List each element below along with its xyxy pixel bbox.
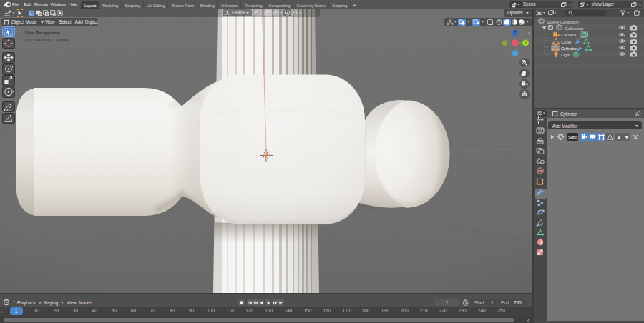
svg-text:230: 230 [459, 308, 467, 313]
svg-text:100: 100 [207, 308, 215, 313]
svg-text:80: 80 [170, 308, 175, 313]
svg-text:170: 170 [343, 308, 351, 313]
svg-text:90: 90 [189, 308, 195, 313]
svg-text:50: 50 [112, 308, 117, 313]
svg-text:110: 110 [227, 308, 235, 313]
svg-text:220: 220 [439, 308, 447, 313]
svg-text:200: 200 [401, 308, 409, 313]
svg-text:150: 150 [303, 308, 311, 313]
svg-text:250: 250 [497, 308, 505, 313]
svg-text:Y: Y [524, 41, 527, 45]
svg-text:140: 140 [284, 308, 292, 313]
svg-text:70: 70 [150, 308, 156, 313]
svg-text:Z: Z [514, 31, 517, 35]
svg-text:120: 120 [245, 308, 253, 313]
svg-text:10: 10 [34, 308, 40, 313]
svg-text:40: 40 [92, 308, 98, 313]
svg-text:210: 210 [420, 308, 428, 313]
svg-text:240: 240 [478, 308, 486, 313]
svg-text:130: 130 [265, 308, 273, 313]
svg-text:160: 160 [323, 308, 331, 313]
svg-text:30: 30 [73, 308, 79, 313]
svg-text:20: 20 [54, 308, 59, 313]
svg-text:180: 180 [362, 308, 370, 313]
svg-text:190: 190 [381, 308, 389, 313]
svg-text:60: 60 [131, 308, 137, 313]
